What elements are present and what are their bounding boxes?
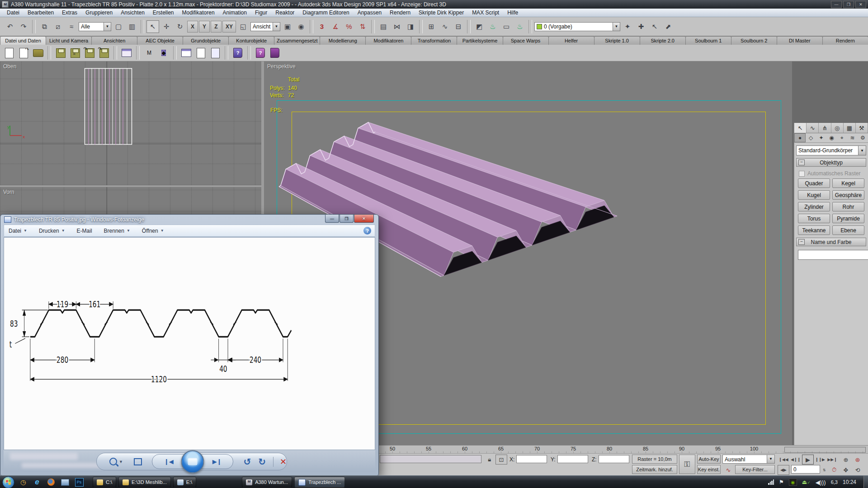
tab-soulbourn-2[interactable]: Soulbourn 2 <box>731 36 777 45</box>
torus-button[interactable]: Torus <box>798 214 830 223</box>
axis-y-button[interactable]: Y <box>199 21 210 33</box>
tab-grundobjekte[interactable]: Grundobjekte <box>183 36 229 45</box>
use-pivot-center-icon[interactable]: ▣ <box>281 20 294 33</box>
key-curve-icon[interactable]: ∿ <box>722 465 734 475</box>
bind-spacewarp-icon[interactable]: ≈ <box>65 20 78 33</box>
trapezblech-topview-wireframe[interactable] <box>84 68 134 145</box>
lights-category-icon[interactable]: ✦ <box>816 133 826 142</box>
window-crossing-icon[interactable]: ▥ <box>126 20 138 33</box>
current-frame-input[interactable]: 0 <box>791 465 820 474</box>
zoom-icon[interactable] <box>109 458 117 465</box>
save-copy-icon[interactable] <box>98 47 110 59</box>
menu-brennen[interactable]: Brennen▼ <box>104 228 130 234</box>
setkey-button[interactable]: Key einst. <box>697 465 721 474</box>
select-scale-icon[interactable]: ◱ <box>237 20 250 33</box>
tab-rendern[interactable]: Rendern <box>822 36 868 45</box>
save-notes-icon[interactable] <box>69 47 81 59</box>
rect-selection-icon[interactable]: ▢ <box>112 20 125 33</box>
minimize-icon[interactable]: — <box>831 1 842 8</box>
tab-ansichten[interactable]: Ansichten <box>91 36 137 45</box>
display-tab-icon[interactable]: ▦ <box>844 123 856 133</box>
delete-icon[interactable]: ✕ <box>280 457 287 467</box>
tab-modellierung[interactable]: Modellierung <box>320 36 366 45</box>
rohr-button[interactable]: Rohr <box>832 202 864 211</box>
zoom-icon[interactable]: ⊕ <box>840 455 852 465</box>
taskbar-item-3dsmax[interactable]: M A380 Wartun... <box>242 477 292 488</box>
selection-filter-dropdown[interactable]: Alle ▼ <box>79 22 111 31</box>
menu-modifikatoren[interactable]: Modifikatoren <box>178 9 219 16</box>
help-reference-icon[interactable]: ? <box>231 47 244 59</box>
trackbar-range[interactable] <box>784 447 866 453</box>
tab-di-master[interactable]: DI Master <box>777 36 823 45</box>
menu-anpassen[interactable]: Anpassen <box>354 9 386 16</box>
named-selection-icon[interactable]: ▤ <box>377 20 390 33</box>
kugel-button[interactable]: Kugel <box>798 190 830 200</box>
select-object-icon[interactable]: ↖ <box>146 20 159 33</box>
select-move-icon[interactable]: ✛ <box>160 20 173 33</box>
quicklaunch-clock-icon[interactable]: ◷ <box>18 477 28 487</box>
y-coordinate-input[interactable] <box>557 455 588 463</box>
menu-drucken[interactable]: Drucken▼ <box>39 228 65 234</box>
tab-partikelsysteme[interactable]: Partikelsysteme <box>457 36 503 45</box>
mudbox-icon[interactable]: ◆ <box>157 47 170 59</box>
key-filter-button[interactable]: Key-Filter... <box>735 465 775 474</box>
schematic-view-icon[interactable]: ⊟ <box>452 20 465 33</box>
menu-rendern[interactable]: Rendern <box>386 9 415 16</box>
tab-helfer[interactable]: Helfer <box>548 36 594 45</box>
utilities-tab-icon[interactable]: ⚒ <box>856 123 868 133</box>
menu-oeffnen[interactable]: Öffnen▼ <box>142 228 164 234</box>
redo-icon[interactable]: ↷ <box>17 20 30 33</box>
viewport-label-oben[interactable]: Oben <box>3 63 16 70</box>
ebene-button[interactable]: Ebene <box>832 225 864 235</box>
chevron-down-icon[interactable]: ▼ <box>613 23 620 31</box>
menu-figur[interactable]: Figur <box>251 9 271 16</box>
percent-snap-icon[interactable]: % <box>343 20 355 33</box>
tab-soulbourn-1[interactable]: Soulbourn 1 <box>685 36 731 45</box>
z-coordinate-input[interactable] <box>599 455 629 463</box>
taskbar-item-e-drive[interactable]: E:\ <box>173 477 196 488</box>
geometry-category-icon[interactable]: ● <box>794 133 806 142</box>
show-desktop-button[interactable] <box>863 476 868 488</box>
next-icon[interactable]: ▶❙ <box>212 458 222 465</box>
chevron-down-icon[interactable]: ▼ <box>858 146 866 155</box>
viewport-label-vorn[interactable]: Vorn <box>3 189 14 195</box>
play-icon[interactable]: ▶ <box>802 455 814 465</box>
add-time-tag-button[interactable]: Zeitmark. hinzuf. <box>632 465 677 474</box>
menu-erstellen[interactable]: Erstellen <box>149 9 178 16</box>
pyramide-button[interactable]: Pyramide <box>832 214 864 223</box>
reference-coordsys-dropdown[interactable]: Ansicht ▼ <box>250 22 280 31</box>
add-to-layer-icon[interactable]: ✚ <box>635 20 647 33</box>
menu-max-script[interactable]: MAX Script <box>468 9 503 16</box>
nvidia-tray-icon[interactable]: ◉ <box>789 479 797 486</box>
rendered-frame-icon[interactable]: ▭ <box>500 20 513 33</box>
menu-skripte-dirk-kipper[interactable]: Skripte Dirk Kipper <box>415 9 468 16</box>
chevron-down-icon[interactable]: ▼ <box>767 455 774 463</box>
autokey-button[interactable]: Auto-Key <box>697 455 721 464</box>
menu-email[interactable]: E-Mail <box>77 228 92 234</box>
menu-bearbeiten[interactable]: Bearbeiten <box>24 9 58 16</box>
spinner-snap-icon[interactable]: ⇅ <box>356 20 369 33</box>
start-button[interactable] <box>2 476 14 488</box>
layer-manager-icon[interactable]: ⊞ <box>425 20 438 33</box>
maximize-icon[interactable]: ❐ <box>843 1 854 8</box>
systems-category-icon[interactable]: ⚙ <box>858 133 868 142</box>
minimize-icon[interactable]: — <box>325 215 339 223</box>
axis-x-button[interactable]: X <box>187 21 198 33</box>
photo-viewer-window[interactable]: Trapezblech TR 85 Positiv.jpg - Windows-… <box>0 214 379 476</box>
next-frame-icon[interactable]: ❙❙▶ <box>814 455 826 465</box>
rollout-objekttyp[interactable]: – Objekttyp <box>796 158 866 167</box>
key-mode-icon[interactable]: ◀▶ <box>778 465 789 475</box>
taskbar-item-c-drive[interactable]: C:\ <box>93 477 116 488</box>
tab-skripte-2[interactable]: Skripte 2.0 <box>640 36 686 45</box>
usb-device-icon[interactable]: ⏏✓ <box>802 479 811 485</box>
maximize-icon[interactable]: ❐ <box>340 215 354 223</box>
motionbuilder-icon[interactable]: M <box>143 47 156 59</box>
modify-tab-icon[interactable]: ∿ <box>807 123 819 133</box>
rotate-ccw-icon[interactable]: ↺ <box>243 456 251 467</box>
menu-ansichten[interactable]: Ansichten <box>117 9 149 16</box>
new-scene-icon[interactable] <box>3 47 15 59</box>
undo-icon[interactable]: ↶ <box>4 20 16 33</box>
absolute-mode-icon[interactable]: ⊡ <box>495 455 507 465</box>
material-editor-icon[interactable]: ◩ <box>473 20 486 33</box>
tab-konturobjekte[interactable]: Konturobjekte <box>228 36 274 45</box>
